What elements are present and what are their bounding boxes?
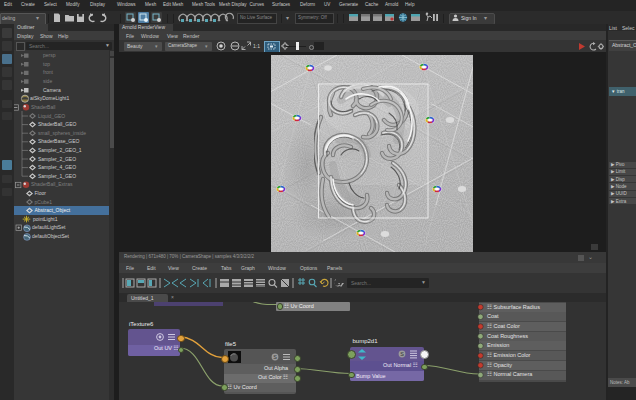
svg-text:S: S xyxy=(273,354,277,360)
svg-text:S: S xyxy=(400,351,404,357)
